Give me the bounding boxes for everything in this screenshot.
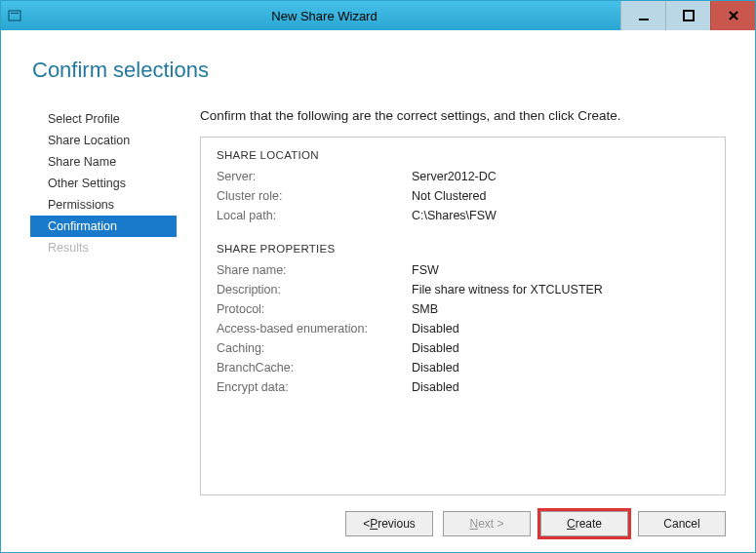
svg-rect-0 <box>9 11 20 20</box>
close-button[interactable] <box>710 1 755 30</box>
next-accel: N <box>469 517 478 531</box>
wizard-steps: Select Profile Share Location Share Name… <box>30 108 177 495</box>
previous-suffix: revious <box>378 517 416 531</box>
row-server: Server: Server2012-DC <box>217 167 709 186</box>
step-confirmation[interactable]: Confirmation <box>30 216 177 237</box>
value-description: File share witness for XTCLUSTER <box>412 280 603 299</box>
row-share-name: Share name: FSW <box>217 260 709 280</box>
label-caching: Caching: <box>217 338 412 358</box>
label-cluster-role: Cluster role: <box>217 186 412 206</box>
minimize-button[interactable] <box>620 1 665 30</box>
step-share-name[interactable]: Share Name <box>30 151 177 173</box>
cancel-label: Cancel <box>663 517 699 531</box>
step-results: Results <box>30 237 177 258</box>
titlebar: New Share Wizard <box>1 1 755 30</box>
value-cluster-role: Not Clustered <box>412 186 486 206</box>
maximize-button[interactable] <box>665 1 710 30</box>
row-cluster-role: Cluster role: Not Clustered <box>217 186 709 206</box>
label-abe: Access-based enumeration: <box>217 319 412 338</box>
create-button[interactable]: Create <box>540 511 628 536</box>
wizard-footer: < Previous Next > Create Cancel <box>1 495 755 552</box>
value-branchcache: Disabled <box>412 358 459 377</box>
next-button: Next > <box>443 511 531 536</box>
window-title: New Share Wizard <box>28 9 620 23</box>
previous-prefix: < <box>363 517 370 531</box>
row-branchcache: BranchCache: Disabled <box>217 358 709 377</box>
label-encrypt: Encrypt data: <box>217 377 412 397</box>
row-abe: Access-based enumeration: Disabled <box>217 319 709 338</box>
value-abe: Disabled <box>412 319 459 338</box>
page-heading: Confirm selections <box>32 58 726 83</box>
section-share-properties-title: SHARE PROPERTIES <box>217 243 709 255</box>
value-server: Server2012-DC <box>412 167 497 186</box>
label-local-path: Local path: <box>217 206 412 225</box>
row-local-path: Local path: C:\Shares\FSW <box>217 206 709 225</box>
label-server: Server: <box>217 167 412 186</box>
instruction-text: Confirm that the following are the corre… <box>200 108 726 123</box>
row-encrypt: Encrypt data: Disabled <box>217 377 709 397</box>
section-share-location-title: SHARE LOCATION <box>217 149 709 161</box>
step-share-location[interactable]: Share Location <box>30 130 177 151</box>
previous-button[interactable]: < Previous <box>345 511 433 536</box>
create-accel: C <box>567 517 576 531</box>
value-protocol: SMB <box>412 299 438 319</box>
row-description: Description: File share witness for XTCL… <box>217 280 709 299</box>
create-suffix: reate <box>576 517 602 531</box>
row-caching: Caching: Disabled <box>217 338 709 358</box>
label-branchcache: BranchCache: <box>217 358 412 377</box>
previous-accel: P <box>370 517 378 531</box>
svg-rect-1 <box>11 13 19 14</box>
label-protocol: Protocol: <box>217 299 412 319</box>
svg-rect-3 <box>684 11 694 20</box>
label-description: Description: <box>217 280 412 299</box>
wizard-window: New Share Wizard Confirm selections Sele… <box>0 0 756 553</box>
body: Select Profile Share Location Share Name… <box>30 108 726 495</box>
window-controls <box>620 1 755 30</box>
main-panel: Confirm that the following are the corre… <box>200 108 726 495</box>
next-suffix: ext > <box>478 517 503 531</box>
content-area: Confirm selections Select Profile Share … <box>1 30 755 495</box>
label-share-name: Share name: <box>217 260 412 280</box>
value-caching: Disabled <box>412 338 459 358</box>
step-other-settings[interactable]: Other Settings <box>30 173 177 194</box>
value-encrypt: Disabled <box>412 377 459 397</box>
row-protocol: Protocol: SMB <box>217 299 709 319</box>
step-permissions[interactable]: Permissions <box>30 194 177 216</box>
app-icon <box>7 8 22 23</box>
step-select-profile[interactable]: Select Profile <box>30 108 177 130</box>
value-local-path: C:\Shares\FSW <box>412 206 497 225</box>
svg-rect-2 <box>639 19 649 20</box>
summary-panel: SHARE LOCATION Server: Server2012-DC Clu… <box>200 137 726 495</box>
value-share-name: FSW <box>412 260 439 280</box>
cancel-button[interactable]: Cancel <box>638 511 726 536</box>
